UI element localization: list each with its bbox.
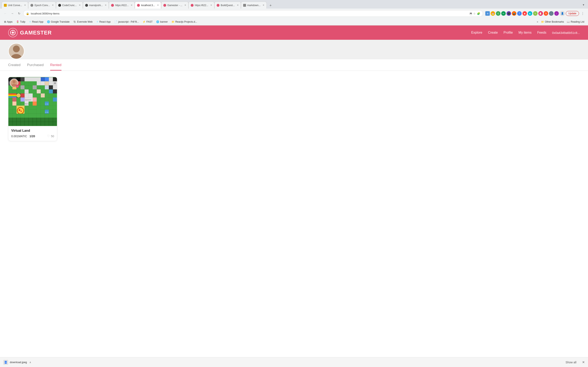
svg-rect-132: [41, 106, 45, 110]
ext-3[interactable]: G: [496, 11, 501, 16]
bookmark-fast[interactable]: ⚡ FAST: [141, 20, 154, 24]
ext-4[interactable]: ✏: [501, 11, 506, 16]
tab-9[interactable]: BuildQuest... ✕: [214, 2, 241, 8]
tab-6-close[interactable]: ✕: [157, 4, 159, 7]
tab-5[interactable]: https://622... ✕: [109, 2, 135, 8]
bookmark-banner[interactable]: 🌐 banner: [155, 20, 169, 24]
ext-5[interactable]: ⬛: [507, 11, 511, 16]
bookmark-reading-list-label: Reading List: [571, 20, 584, 23]
ext-10[interactable]: ✎: [533, 11, 537, 16]
new-tab-button[interactable]: +: [268, 2, 274, 8]
svg-rect-88: [29, 93, 33, 98]
svg-rect-62: [37, 85, 41, 90]
svg-rect-134: [49, 106, 53, 110]
app-logo[interactable]: GAMESTER: [8, 28, 52, 37]
tab-list-button[interactable]: ▼: [581, 2, 586, 8]
nav-explore[interactable]: Explore: [471, 31, 482, 34]
tab-3[interactable]: CodeCrunc... ✕: [56, 2, 83, 8]
extensions-icon[interactable]: 🧩: [477, 12, 480, 15]
tab-8[interactable]: https://622... ✕: [189, 2, 214, 8]
fast-icon: ⚡: [143, 20, 146, 23]
bookmarks-more[interactable]: »: [536, 20, 539, 24]
cast-icon[interactable]: ⬒: [470, 12, 472, 15]
bookmark-tulip[interactable]: 🌷 Tulip: [15, 20, 27, 24]
bookmark-evernote[interactable]: 🐘 Evernote Web: [72, 20, 94, 24]
tab-2-close[interactable]: ✕: [52, 4, 54, 7]
ext-9[interactable]: ◐: [528, 11, 532, 16]
tab-4[interactable]: mansijoshi... ✕: [83, 2, 109, 8]
tab-7-close[interactable]: ✕: [184, 4, 186, 7]
tab-10[interactable]: markdown... ✕: [241, 2, 267, 8]
tab-1-close[interactable]: ✕: [24, 4, 26, 7]
tab-4-close[interactable]: ✕: [105, 4, 107, 7]
svg-rect-90: [37, 93, 41, 98]
bookmark-react-app-1[interactable]: ⚛ React App: [27, 20, 45, 24]
address-input[interactable]: localhost:3000/my-items: [31, 12, 468, 15]
tab-10-close[interactable]: ✕: [263, 4, 264, 7]
tab-3-close[interactable]: ✕: [79, 4, 81, 7]
star-icon[interactable]: ☆: [473, 12, 476, 15]
menu-button[interactable]: ⋮: [580, 11, 586, 16]
nav-profile[interactable]: Profile: [503, 31, 513, 34]
heart-icon: ♡: [47, 134, 50, 138]
tab-2[interactable]: Epoch Conv... ✕: [28, 2, 56, 8]
svg-rect-48: [29, 81, 33, 85]
ext-14[interactable]: ♪: [554, 11, 559, 16]
wallet-address[interactable]: 0x0a4349a6b51c8...: [552, 31, 580, 34]
nav-feeds[interactable]: Feeds: [537, 31, 546, 34]
logo-icon: [8, 28, 17, 37]
nav-create[interactable]: Create: [488, 31, 498, 34]
tab-purchased[interactable]: Purchased: [27, 59, 43, 71]
tab-purchased-label: Purchased: [27, 63, 43, 67]
svg-rect-78: [53, 90, 57, 94]
lock-icon: 🔒: [26, 12, 29, 15]
evernote-icon: 🐘: [73, 20, 76, 23]
bookmark-apps[interactable]: ⊞ Apps: [2, 20, 14, 24]
update-button[interactable]: Update: [566, 11, 579, 16]
tab-created[interactable]: Created: [8, 59, 20, 71]
bookmark-apps-label: Apps: [7, 20, 12, 23]
svg-rect-137: [12, 110, 17, 114]
svg-rect-145: [8, 114, 12, 118]
nft-card-body: Virtual Land 0.001MATIC 1/20 ♡ 50: [8, 126, 57, 141]
ext-11[interactable]: 📝: [538, 11, 543, 16]
ext-1[interactable]: ⚙: [485, 11, 490, 16]
bookmark-other[interactable]: 📁 Other Bookmarks: [540, 20, 565, 24]
bookmark-google-translate[interactable]: 🌐 Google Translate: [45, 20, 71, 24]
tab-8-close[interactable]: ✕: [210, 4, 212, 7]
tab-6-active[interactable]: localhost:3... ✕: [135, 2, 161, 8]
bookmark-react-app-2[interactable]: ⚛ React App: [95, 20, 112, 24]
back-button[interactable]: ←: [2, 11, 8, 16]
ext-2[interactable]: 📅: [491, 11, 495, 16]
ext-7[interactable]: T: [517, 11, 522, 16]
ext-12[interactable]: N: [544, 11, 548, 16]
svg-rect-39: [25, 77, 41, 81]
tab-5-close[interactable]: ✕: [131, 4, 132, 7]
nft-card-virtual-land[interactable]: SELL THEN: [8, 77, 57, 141]
svg-rect-146: [12, 114, 17, 118]
app-nav: Explore Create Profile My items Feeds 0x…: [471, 31, 580, 34]
address-bar: 🔒 localhost:3000/my-items ⬒ ☆ 🧩: [23, 10, 483, 17]
reading-list-icon: 📖: [567, 20, 570, 23]
svg-rect-108: [12, 101, 17, 106]
bookmark-reactjs-projects[interactable]: 📁 Reactjs Projects.d...: [170, 20, 199, 24]
profile-avatar[interactable]: 👤: [560, 11, 565, 16]
svg-rect-131: [37, 106, 41, 114]
ext-8[interactable]: ◆: [522, 11, 527, 16]
avatar-svg: [9, 44, 24, 59]
apps-icon: ⊞: [4, 20, 6, 23]
bookmark-js-pdf[interactable]: 📄 javascript - Pdf fil...: [113, 20, 140, 24]
toolbar: ← → ↻ 🔒 localhost:3000/my-items ⬒ ☆ 🧩 ⚙ …: [0, 8, 588, 18]
bookmark-reading-list[interactable]: 📖 Reading List: [566, 20, 586, 24]
ext-6[interactable]: 📷: [512, 11, 516, 16]
tab-1[interactable]: Unit Conve... ✕: [2, 2, 28, 8]
svg-rect-138: [29, 110, 33, 114]
reload-button[interactable]: ↻: [16, 11, 22, 16]
nav-my-items[interactable]: My items: [519, 31, 532, 34]
tab-rented[interactable]: Rented: [50, 59, 61, 71]
ext-13[interactable]: ⬚: [549, 11, 553, 16]
tab-7[interactable]: Gamester - ... ✕: [161, 2, 189, 8]
svg-rect-46: [21, 81, 25, 85]
forward-button[interactable]: →: [9, 11, 15, 16]
tab-9-close[interactable]: ✕: [237, 4, 239, 7]
